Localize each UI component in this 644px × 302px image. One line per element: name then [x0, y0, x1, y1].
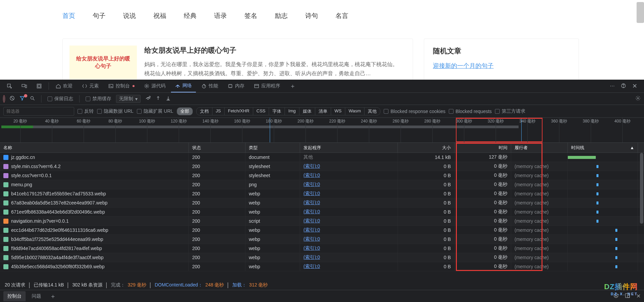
- table-row[interactable]: 5d95e1b002788032a4a4f4de3f7aac0f.webp200…: [0, 253, 644, 262]
- table-header[interactable]: 名称 状态 类型 发起程序 大小 时间 履行者 时间线▲: [0, 143, 644, 153]
- throttle-select[interactable]: 无限制▾: [116, 95, 141, 103]
- type-CSS[interactable]: CSS: [253, 108, 269, 115]
- more-icon[interactable]: ⋯: [610, 83, 615, 89]
- type-清单[interactable]: 清单: [315, 108, 331, 115]
- add-tab-icon[interactable]: ＋: [286, 80, 300, 92]
- filter-icon[interactable]: [20, 95, 25, 102]
- table-row[interactable]: style.min.css?ver=6.4.2200stylesheet(索引)…: [0, 162, 644, 171]
- table-row[interactable]: ecc1d44b677d62d29e0f6461311316ca6.webp20…: [0, 226, 644, 235]
- table-row[interactable]: menu.png200png(索引):00 B0 毫秒(memory cache…: [0, 180, 644, 189]
- initiator-link[interactable]: (索引):0: [303, 209, 320, 215]
- drawer-issues[interactable]: 问题: [28, 291, 45, 301]
- article-card[interactable]: 给女朋友说早上好的暖心句子 给女朋友说早上好的暖心句子 妈妈，无论在哪里，我永远…: [62, 38, 413, 86]
- clear-icon[interactable]: [9, 95, 15, 102]
- type-WS[interactable]: WS: [331, 108, 345, 115]
- record-icon[interactable]: [3, 96, 5, 102]
- disable-cache-checkbox[interactable]: 禁用缓存: [86, 96, 111, 102]
- settings-icon[interactable]: [635, 95, 641, 102]
- device-icon[interactable]: [18, 80, 31, 92]
- screencast-icon[interactable]: [32, 80, 46, 92]
- nav-2[interactable]: 说说: [123, 11, 136, 20]
- initiator-link[interactable]: (索引):0: [303, 227, 320, 233]
- nav-9[interactable]: 名言: [335, 11, 348, 20]
- table-row[interactable]: style.css?ver=0.0.1200stylesheet(索引):00 …: [0, 171, 644, 180]
- filter-input[interactable]: [3, 107, 74, 116]
- initiator-link[interactable]: (索引):0: [303, 218, 320, 224]
- req-name: navigation.min.js?ver=0.0.1: [11, 218, 69, 224]
- req-time: 0 毫秒: [455, 198, 511, 207]
- table-row[interactable]: b34cff5ba1f72525e525dd444eceaa99.webp200…: [0, 235, 644, 244]
- download-icon[interactable]: [166, 95, 171, 102]
- nav-8[interactable]: 诗句: [305, 11, 318, 20]
- tab-sources[interactable]: 源代码: [140, 80, 170, 92]
- wifi-icon[interactable]: [145, 95, 151, 102]
- initiator-link[interactable]: (索引):0: [303, 254, 320, 260]
- nav-1[interactable]: 句子: [93, 11, 106, 20]
- nav-6[interactable]: 签名: [244, 11, 257, 20]
- type-all[interactable]: 全部: [177, 107, 193, 115]
- hide-exturl-checkbox[interactable]: 隐藏扩展 URL: [137, 108, 173, 114]
- initiator-link[interactable]: (索引):0: [303, 264, 320, 270]
- upload-icon[interactable]: [155, 95, 161, 102]
- table-row[interactable]: jz.ggdoc.cn200document其他14.1 kB127 毫秒: [0, 153, 644, 162]
- initiator-link[interactable]: (索引):0: [303, 245, 320, 251]
- table-row[interactable]: 45b36e5ecc568d49a32b60f80f332b69.webp200…: [0, 262, 644, 271]
- nav-0[interactable]: 首页: [62, 11, 75, 20]
- table-row[interactable]: f9dd94e7acd400658ac4fd2817ea4fef.webp200…: [0, 244, 644, 253]
- req-fulfilled: (memory cache): [511, 189, 568, 198]
- article-excerpt: 妈妈，无论在哪里，我永远爱您。我是兔子你是菜，你是萝卜我最爱。桃花坞里桃花庵，桃…: [144, 60, 401, 78]
- type-JS[interactable]: JS: [212, 108, 225, 115]
- tab-elements[interactable]: 元素: [78, 80, 103, 92]
- tab-performance[interactable]: 性能: [197, 80, 222, 92]
- blocked-cookies-checkbox[interactable]: Blocked response cookies: [384, 109, 445, 114]
- initiator-link[interactable]: (索引):0: [303, 182, 320, 188]
- nav-4[interactable]: 经典: [184, 11, 197, 20]
- add-drawer-icon[interactable]: ＋: [47, 292, 59, 300]
- sidebar-link[interactable]: 迎接新的一个月的句子: [433, 62, 494, 69]
- type-其他[interactable]: 其他: [364, 108, 380, 115]
- type-Fetch/XHR[interactable]: Fetch/XHR: [225, 108, 253, 115]
- help-icon[interactable]: [621, 83, 626, 89]
- type-Img[interactable]: Img: [285, 108, 299, 115]
- type-字体[interactable]: 字体: [269, 108, 285, 115]
- initiator-link[interactable]: (索引):0: [303, 172, 320, 179]
- req-time: 0 毫秒: [455, 253, 511, 262]
- type-媒体[interactable]: 媒体: [299, 108, 315, 115]
- blocked-req-checkbox[interactable]: Blocked requests: [449, 109, 492, 114]
- drawer-console[interactable]: 控制台: [3, 291, 26, 301]
- initiator-link[interactable]: (索引):0: [303, 236, 320, 242]
- nav-5[interactable]: 语录: [214, 11, 227, 20]
- invert-checkbox[interactable]: 反转: [78, 108, 94, 114]
- tab-console[interactable]: 控制台: [104, 80, 139, 92]
- table-row[interactable]: 67a83eab0da5d5e1357e82cee4ea9907.webp200…: [0, 198, 644, 208]
- tab-network[interactable]: 网络: [171, 80, 196, 92]
- inspect-icon[interactable]: [3, 80, 16, 92]
- table-row[interactable]: b41ceb1791257df1e55b59ec7ad75533.webp200…: [0, 189, 644, 198]
- nav-3[interactable]: 祝福: [153, 11, 166, 20]
- search-icon[interactable]: [30, 95, 35, 102]
- page-scrollbar[interactable]: [637, 2, 644, 23]
- initiator-link[interactable]: (索引):0: [303, 191, 320, 197]
- table-row[interactable]: navigation.min.js?ver=0.0.1200script(索引)…: [0, 217, 644, 226]
- type-Wasm[interactable]: Wasm: [345, 108, 364, 115]
- tab-welcome[interactable]: 欢迎: [52, 80, 77, 92]
- close-icon[interactable]: ✕: [632, 82, 637, 90]
- article-title[interactable]: 给女朋友说早上好的暖心句子: [144, 46, 401, 55]
- timeline-ruler[interactable]: 20 毫秒40 毫秒60 毫秒80 毫秒100 毫秒120 毫秒140 毫秒16…: [0, 118, 644, 143]
- thirdparty-checkbox[interactable]: 第三方请求: [495, 108, 525, 114]
- preserve-log-checkbox[interactable]: 保留日志: [48, 96, 73, 102]
- initiator-link[interactable]: (索引):0: [303, 200, 320, 206]
- req-waterfall: [568, 262, 638, 271]
- nav-7[interactable]: 励志: [275, 11, 288, 20]
- req-fulfilled: (memory cache): [511, 180, 568, 189]
- ruler-tick: 380 毫秒: [583, 118, 598, 124]
- initiator-link[interactable]: (索引):0: [303, 163, 320, 169]
- tab-application[interactable]: 应用程序: [250, 80, 284, 92]
- status-load: 312 毫秒: [249, 282, 268, 288]
- hide-dataurl-checkbox[interactable]: 隐藏数据 URL: [97, 108, 134, 114]
- req-name: b34cff5ba1f72525e525dd444eceaa99.webp: [11, 237, 103, 242]
- table-row[interactable]: 671ee9fb86338a4643eb6d3f2d00496c.webp200…: [0, 208, 644, 217]
- type-文档[interactable]: 文档: [197, 108, 212, 115]
- table-scrollbar[interactable]: [640, 153, 643, 224]
- tab-memory[interactable]: 内存: [224, 80, 248, 92]
